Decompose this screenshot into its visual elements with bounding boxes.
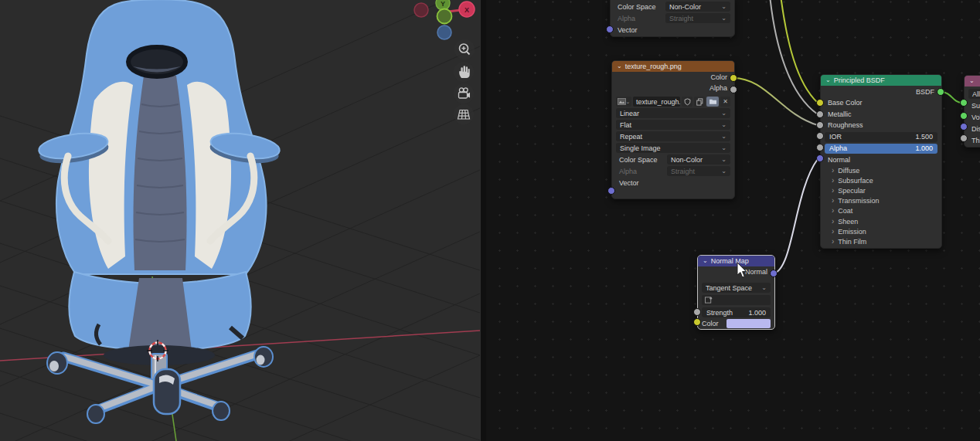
socket-normalmap-output[interactable] [770, 270, 778, 277]
alpha-mode-dropdown[interactable]: Straight⌄ [665, 13, 730, 23]
alpha-output-label: Alpha [709, 84, 727, 92]
collapse-chevron-icon[interactable]: ⌄ [617, 63, 622, 70]
normal-input-label: Normal [828, 156, 850, 164]
source-dropdown[interactable]: Single Image⌄ [616, 143, 730, 153]
space-dropdown[interactable]: Tangent Space⌄ [702, 283, 771, 293]
chair-object[interactable] [37, 0, 281, 423]
base-color-label: Base Color [828, 99, 863, 107]
socket-vector-input[interactable] [607, 187, 615, 195]
gizmo-neg-x-ball[interactable] [414, 3, 428, 17]
socket-base-color-input[interactable] [816, 99, 824, 107]
color-space-label: Color Space [614, 3, 662, 11]
chevron-right-icon: › [832, 187, 834, 195]
section-specular[interactable]: ›Specular [821, 185, 941, 195]
socket-roughness-input[interactable] [816, 121, 824, 129]
section-diffuse[interactable]: ›Diffuse [821, 165, 941, 175]
ior-slider[interactable]: IOR1.500 [825, 132, 937, 142]
fake-user-button[interactable] [682, 97, 692, 107]
section-transmission[interactable]: ›Transmission [821, 196, 941, 206]
metallic-label: Metallic [828, 110, 852, 118]
socket-color-output[interactable] [730, 74, 737, 82]
pan-tool-button[interactable] [454, 62, 474, 82]
chevron-right-icon: › [832, 207, 834, 215]
collapse-chevron-icon[interactable]: ⌄ [969, 78, 975, 84]
section-thin-film[interactable]: ›Thin Film [821, 236, 941, 246]
socket-strength-input[interactable] [693, 308, 701, 316]
gizmo-neg-y-ball[interactable] [437, 9, 452, 24]
viewport-canvas[interactable]: Y X [0, 0, 480, 441]
image-texture-node-partial[interactable]: Color Space Non-Color⌄ Alpha Straight⌄ V… [610, 0, 735, 37]
socket-ior-input[interactable] [816, 132, 824, 140]
image-texture-node[interactable]: ⌄ texture_rough.png Color Alpha ⌄ textu [611, 60, 735, 199]
vector-input-label: Vector [619, 179, 639, 187]
chevron-right-icon: › [832, 167, 834, 175]
section-subsurface[interactable]: ›Subsurface [821, 175, 941, 185]
alpha-label: Alpha [616, 168, 664, 175]
bsdf-output-label: BSDF [916, 88, 934, 96]
blender-window: Y X [0, 0, 980, 441]
socket-alpha-output[interactable] [730, 86, 737, 93]
node-header[interactable]: ⌄ Principled BSDF [821, 75, 941, 86]
chevron-down-icon: ⌄ [721, 110, 726, 117]
socket-surface-input[interactable] [960, 99, 968, 107]
socket-metallic-input[interactable] [816, 110, 824, 118]
chevron-down-icon: ⌄ [721, 3, 726, 10]
shader-node-editor[interactable]: Color Space Non-Color⌄ Alpha Straight⌄ V… [486, 0, 980, 441]
section-coat[interactable]: ›Coat [821, 206, 941, 216]
socket-alpha-input[interactable] [816, 144, 824, 151]
interpolation-dropdown[interactable]: Linear⌄ [616, 108, 730, 118]
hand-icon [455, 63, 472, 80]
color-space-dropdown[interactable]: Non-Color⌄ [667, 154, 730, 165]
collapse-chevron-icon[interactable]: ⌄ [825, 77, 831, 83]
alpha-slider[interactable]: Alpha1.000 [825, 144, 937, 154]
section-sheen[interactable]: ›Sheen [821, 216, 941, 226]
color-space-dropdown[interactable]: Non-Color⌄ [665, 2, 730, 12]
magnifier-plus-icon [456, 41, 473, 58]
alpha-mode-dropdown[interactable]: Straight⌄ [667, 166, 730, 176]
chevron-right-icon: › [832, 218, 834, 226]
color-swatch[interactable] [726, 319, 771, 328]
image-name-field[interactable]: texture_rough.png [633, 97, 680, 107]
projection-dropdown[interactable]: Flat⌄ [616, 120, 730, 130]
socket-displacement-input[interactable] [960, 123, 968, 131]
collapse-chevron-icon[interactable]: ⌄ [703, 258, 708, 264]
node-header[interactable]: ⌄ texture_rough.png [612, 61, 734, 72]
camera-view-button[interactable] [454, 83, 474, 103]
grid-perspective-icon [455, 106, 472, 123]
socket-volume-input[interactable] [960, 112, 968, 120]
gizmo-z-ball[interactable] [437, 25, 451, 39]
gizmo-y-label: Y [441, 0, 445, 8]
open-image-button[interactable] [706, 97, 719, 107]
socket-nm-color-input[interactable] [693, 318, 701, 326]
vector-input-label: Vector [618, 26, 638, 34]
color-input-label: Color [702, 320, 723, 327]
duplicate-image-button[interactable] [694, 97, 705, 107]
node-header[interactable]: ⌄ [965, 76, 980, 87]
socket-bsdf-output[interactable] [937, 88, 944, 96]
node-title: texture_rough.png [625, 63, 682, 70]
chevron-right-icon: › [832, 238, 834, 246]
socket-normal-input[interactable] [816, 154, 824, 162]
section-emission[interactable]: ›Emission [821, 226, 941, 236]
socket-vector-input-top[interactable] [606, 25, 614, 33]
target-dropdown[interactable]: All⌄ [968, 89, 980, 99]
color-output-label: Color [710, 73, 727, 81]
zoom-tool-button[interactable] [454, 39, 475, 59]
surface-input-label: Surface [971, 102, 980, 110]
wire-color-to-roughness [733, 78, 818, 125]
unlink-image-button[interactable]: ✕ [720, 97, 730, 107]
volume-input-label: Volume [971, 114, 980, 121]
image-browse-button[interactable]: ⌄ [616, 97, 631, 107]
uv-map-field[interactable] [702, 295, 771, 305]
perspective-toggle-button[interactable] [454, 104, 474, 124]
strength-slider[interactable]: Strength1.000 [702, 307, 771, 317]
chevron-right-icon: › [832, 177, 834, 185]
principled-bsdf-node[interactable]: ⌄ Principled BSDF BSDF Base Color Metall… [820, 74, 942, 249]
socket-thickness-input[interactable] [960, 134, 968, 142]
shield-icon [684, 98, 691, 106]
viewport-3d[interactable]: Y X [0, 0, 480, 441]
wire-to-base-color [781, 0, 818, 103]
navigation-gizmo[interactable]: Y X [414, 0, 475, 39]
extension-dropdown[interactable]: Repeat⌄ [616, 131, 730, 141]
mouse-cursor [737, 263, 749, 280]
